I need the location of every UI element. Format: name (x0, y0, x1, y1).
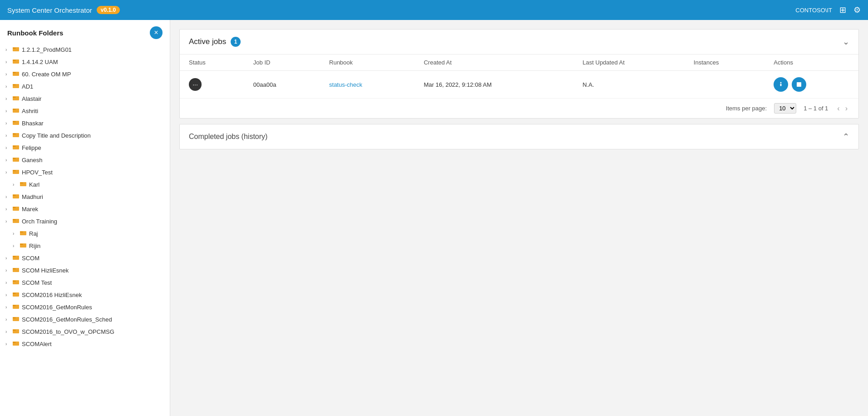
sidebar-item[interactable]: ›Felippe (0, 142, 170, 154)
folder-icon (13, 291, 19, 299)
sidebar-item-label: Felippe (22, 144, 41, 151)
sidebar-item-label: Copy Title and Description (22, 132, 91, 139)
sidebar-item-label: Karl (29, 181, 39, 188)
sidebar-item-label: Madhuri (22, 193, 43, 200)
folder-icon (20, 181, 26, 188)
table-header-row: Status Job ID Runbook Created At Last Up… (180, 54, 858, 71)
active-jobs-title: Active jobs 1 (189, 37, 241, 47)
folder-icon (13, 303, 19, 311)
folder-icon (13, 132, 19, 139)
folder-icon (13, 218, 19, 225)
content-area: Active jobs 1 ⌄ Status Job ID Runbook Cr… (170, 20, 868, 416)
col-status: Status (180, 54, 244, 71)
app-title: System Center Orchestrator (7, 6, 92, 14)
sidebar-tree[interactable]: ›1.2.1.2_ProdMG01›1.4.14.2 UAM›60. Creat… (0, 44, 170, 416)
folder-icon (13, 144, 19, 152)
col-last-updated-at: Last Updated At (573, 54, 685, 71)
sidebar-item-label: SCOM2016 HizliEsnek (22, 292, 82, 298)
table-row: ···00aa00astatus-checkMar 16, 2022, 9:12… (180, 71, 858, 99)
active-jobs-label: Active jobs (189, 37, 226, 46)
chevron-right-icon: › (5, 133, 13, 138)
chevron-right-icon: › (5, 207, 13, 212)
folder-icon (13, 46, 19, 54)
job-info-button[interactable] (774, 77, 788, 92)
sidebar-item[interactable]: ›Marek (0, 203, 170, 215)
pagination-prev-button[interactable]: ‹ (835, 104, 841, 114)
sidebar-item[interactable]: ›SCOM Test (0, 277, 170, 289)
plugins-icon[interactable]: ⊞ (839, 5, 846, 15)
table-body: ···00aa00astatus-checkMar 16, 2022, 9:12… (180, 71, 858, 99)
sidebar-item-label: SCOM (22, 255, 39, 262)
sidebar-item-label: SCOM2016_GetMonRules (22, 304, 92, 311)
chevron-right-icon: › (5, 194, 13, 199)
sidebar-item-label: Bhaskar (22, 120, 44, 127)
folder-icon (13, 267, 19, 274)
sidebar-item[interactable]: ›Raj (0, 228, 170, 240)
chevron-right-icon: › (13, 182, 20, 187)
pagination-next-button[interactable]: › (843, 104, 849, 114)
folder-icon (20, 242, 26, 250)
sidebar-item[interactable]: ›Ganesh (0, 154, 170, 166)
sidebar-item[interactable]: ›Rijin (0, 240, 170, 252)
sidebar-item[interactable]: ›SCOM HizliEsnek (0, 264, 170, 277)
sidebar-item[interactable]: ›Ashriti (0, 105, 170, 117)
sidebar-item-label: Rijin (29, 243, 40, 249)
active-jobs-panel: Active jobs 1 ⌄ Status Job ID Runbook Cr… (179, 29, 859, 119)
chevron-right-icon: › (5, 317, 13, 322)
sidebar-item[interactable]: ›Orch Training (0, 215, 170, 228)
pagination-row: Items per page: 10 25 50 1 – 1 of 1 ‹ › (180, 99, 858, 118)
chevron-right-icon: › (5, 109, 13, 114)
created-at-cell: Mar 16, 2022, 9:12:08 AM (414, 71, 573, 99)
version-badge: v0.1.0 (97, 6, 120, 14)
last-updated-cell: N.A. (573, 71, 685, 99)
sidebar-item-label: Marek (22, 206, 38, 213)
sidebar-item[interactable]: ›SCOM2016 HizliEsnek (0, 289, 170, 301)
chevron-right-icon: › (5, 305, 13, 310)
sidebar-item[interactable]: ›SCOMAlert (0, 338, 170, 350)
chevron-right-icon: › (5, 256, 13, 261)
chevron-right-icon: › (5, 219, 13, 224)
sidebar-item[interactable]: ›AD1 (0, 80, 170, 93)
sidebar-item[interactable]: ›HPOV_Test (0, 166, 170, 178)
active-jobs-table: Status Job ID Runbook Created At Last Up… (180, 54, 858, 99)
settings-icon[interactable]: ⚙ (853, 5, 861, 15)
sidebar-item[interactable]: ›Karl (0, 178, 170, 191)
folder-icon (20, 230, 26, 238)
sidebar-close-button[interactable]: × (150, 26, 163, 39)
folder-icon (13, 107, 19, 115)
chevron-right-icon: › (5, 280, 13, 285)
folder-icon (13, 168, 19, 176)
topbar-left: System Center Orchestrator v0.1.0 (7, 6, 120, 14)
active-jobs-header: Active jobs 1 ⌄ (180, 30, 858, 54)
sidebar-item[interactable]: ›Madhuri (0, 191, 170, 203)
job-stop-button[interactable] (792, 77, 806, 92)
sidebar-item[interactable]: ›SCOM2016_GetMonRules_Sched (0, 313, 170, 326)
runbook-link[interactable]: status-check (329, 81, 362, 88)
active-jobs-collapse-button[interactable]: ⌄ (843, 37, 849, 47)
sidebar-item-label: SCOM Test (22, 279, 52, 286)
chevron-right-icon: › (5, 292, 13, 297)
sidebar-item[interactable]: ›SCOM2016_to_OVO_w_OPCMSG (0, 326, 170, 338)
chevron-right-icon: › (5, 268, 13, 273)
folder-icon (13, 316, 19, 323)
col-created-at: Created At (414, 54, 573, 71)
sidebar-item[interactable]: ›Bhaskar (0, 117, 170, 129)
sidebar-item[interactable]: ›1.2.1.2_ProdMG01 (0, 44, 170, 56)
sidebar-item-label: 1.4.14.2 UAM (22, 59, 58, 65)
items-per-page-select[interactable]: 10 25 50 (774, 103, 796, 114)
sidebar-item[interactable]: ›SCOM2016_GetMonRules (0, 301, 170, 313)
sidebar-item[interactable]: ›60. Create OM MP (0, 68, 170, 80)
sidebar-item-label: Orch Training (22, 218, 57, 225)
sidebar-item[interactable]: ›Alastair (0, 93, 170, 105)
sidebar-item[interactable]: ›SCOM (0, 252, 170, 264)
items-per-page-label: Items per page: (726, 105, 767, 112)
sidebar-item-label: Ganesh (22, 157, 43, 163)
pagination-range: 1 – 1 of 1 (804, 105, 828, 112)
actions-cell (764, 71, 858, 99)
main-layout: Runbook Folders × ›1.2.1.2_ProdMG01›1.4.… (0, 20, 868, 416)
completed-jobs-expand-button[interactable]: ⌃ (843, 132, 849, 142)
col-actions: Actions (764, 54, 858, 71)
sidebar-item-label: Ashriti (22, 108, 38, 114)
sidebar-item[interactable]: ›1.4.14.2 UAM (0, 56, 170, 68)
sidebar-item[interactable]: ›Copy Title and Description (0, 129, 170, 142)
